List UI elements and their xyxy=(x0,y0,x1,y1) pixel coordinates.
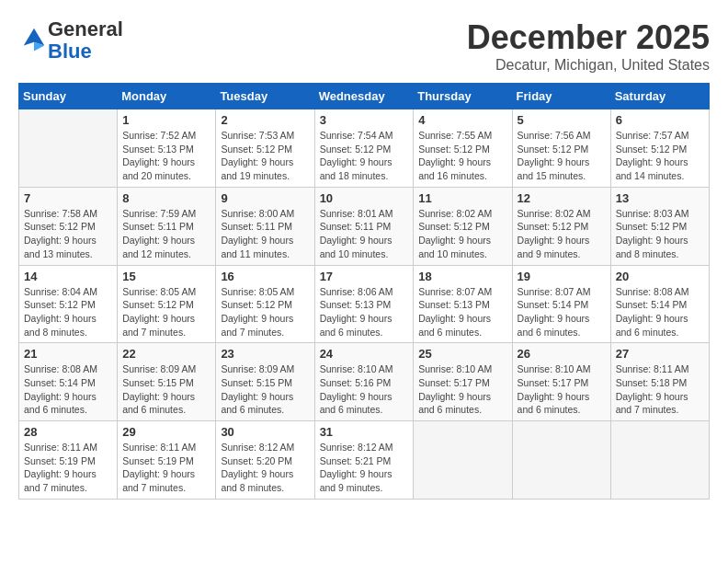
weekday-header-monday: Monday xyxy=(118,84,216,109)
day-info: Sunrise: 8:02 AMSunset: 5:12 PMDaylight:… xyxy=(518,207,606,261)
day-info: Sunrise: 8:08 AMSunset: 5:14 PMDaylight:… xyxy=(616,285,704,339)
week-row-1: 7Sunrise: 7:58 AMSunset: 5:12 PMDaylight… xyxy=(19,187,710,265)
day-number: 11 xyxy=(418,191,506,205)
calendar-cell: 22Sunrise: 8:09 AMSunset: 5:15 PMDayligh… xyxy=(118,343,216,421)
day-number: 14 xyxy=(24,270,112,283)
day-info: Sunrise: 8:07 AMSunset: 5:14 PMDaylight:… xyxy=(518,285,606,339)
calendar-cell: 16Sunrise: 8:05 AMSunset: 5:12 PMDayligh… xyxy=(216,265,314,343)
day-info: Sunrise: 8:04 AMSunset: 5:12 PMDaylight:… xyxy=(24,285,112,339)
weekday-header-friday: Friday xyxy=(512,84,610,109)
day-info: Sunrise: 7:52 AMSunset: 5:13 PMDaylight:… xyxy=(122,129,210,183)
day-number: 5 xyxy=(518,113,606,127)
day-number: 22 xyxy=(122,347,210,361)
weekday-header-row: SundayMondayTuesdayWednesdayThursdayFrid… xyxy=(19,84,710,109)
day-number: 26 xyxy=(518,347,606,361)
day-number: 27 xyxy=(616,347,704,361)
calendar-cell: 6Sunrise: 7:57 AMSunset: 5:12 PMDaylight… xyxy=(610,109,709,188)
calendar-cell: 28Sunrise: 8:11 AMSunset: 5:19 PMDayligh… xyxy=(19,421,118,500)
day-info: Sunrise: 8:11 AMSunset: 5:19 PMDaylight:… xyxy=(24,441,112,495)
day-info: Sunrise: 8:05 AMSunset: 5:12 PMDaylight:… xyxy=(221,285,309,339)
calendar-cell: 27Sunrise: 8:11 AMSunset: 5:18 PMDayligh… xyxy=(610,343,709,421)
calendar-cell: 10Sunrise: 8:01 AMSunset: 5:11 PMDayligh… xyxy=(314,187,414,265)
logo-general: General xyxy=(48,17,123,40)
calendar-cell: 3Sunrise: 7:54 AMSunset: 5:12 PMDaylight… xyxy=(314,109,414,188)
weekday-header-saturday: Saturday xyxy=(610,84,709,109)
calendar-cell: 29Sunrise: 8:11 AMSunset: 5:19 PMDayligh… xyxy=(118,421,216,500)
location: Decatur, Michigan, United States xyxy=(467,57,710,74)
day-info: Sunrise: 8:11 AMSunset: 5:18 PMDaylight:… xyxy=(616,362,704,417)
calendar-cell: 14Sunrise: 8:04 AMSunset: 5:12 PMDayligh… xyxy=(19,265,118,343)
calendar-cell: 24Sunrise: 8:10 AMSunset: 5:16 PMDayligh… xyxy=(314,343,414,421)
day-number: 16 xyxy=(221,270,309,283)
weekday-header-thursday: Thursday xyxy=(414,84,512,109)
week-row-2: 14Sunrise: 8:04 AMSunset: 5:12 PMDayligh… xyxy=(19,265,710,343)
page-header: General Blue December 2025 Decatur, Mich… xyxy=(18,18,710,74)
day-number: 29 xyxy=(122,425,210,439)
calendar-table: SundayMondayTuesdayWednesdayThursdayFrid… xyxy=(18,83,710,500)
weekday-header-tuesday: Tuesday xyxy=(216,84,314,109)
day-number: 19 xyxy=(518,270,606,283)
week-row-3: 21Sunrise: 8:08 AMSunset: 5:14 PMDayligh… xyxy=(19,343,710,421)
calendar-cell xyxy=(19,109,118,188)
day-info: Sunrise: 8:10 AMSunset: 5:17 PMDaylight:… xyxy=(518,362,606,417)
weekday-header-wednesday: Wednesday xyxy=(314,84,414,109)
week-row-0: 1Sunrise: 7:52 AMSunset: 5:13 PMDaylight… xyxy=(19,109,710,188)
day-info: Sunrise: 8:11 AMSunset: 5:19 PMDaylight:… xyxy=(122,441,210,495)
day-number: 9 xyxy=(221,191,309,205)
calendar-cell: 15Sunrise: 8:05 AMSunset: 5:12 PMDayligh… xyxy=(118,265,216,343)
day-info: Sunrise: 8:06 AMSunset: 5:13 PMDaylight:… xyxy=(320,285,409,339)
day-info: Sunrise: 8:00 AMSunset: 5:11 PMDaylight:… xyxy=(221,207,309,261)
week-row-4: 28Sunrise: 8:11 AMSunset: 5:19 PMDayligh… xyxy=(19,421,710,500)
day-info: Sunrise: 8:10 AMSunset: 5:16 PMDaylight:… xyxy=(320,362,409,417)
calendar-cell xyxy=(512,421,610,500)
day-info: Sunrise: 8:02 AMSunset: 5:12 PMDaylight:… xyxy=(418,207,506,261)
day-number: 31 xyxy=(320,425,409,439)
day-info: Sunrise: 7:59 AMSunset: 5:11 PMDaylight:… xyxy=(122,207,210,261)
day-number: 8 xyxy=(122,191,210,205)
title-block: December 2025 Decatur, Michigan, United … xyxy=(467,18,710,74)
logo-text: General Blue xyxy=(48,18,123,63)
day-info: Sunrise: 8:09 AMSunset: 5:15 PMDaylight:… xyxy=(122,362,210,417)
day-number: 13 xyxy=(616,191,704,205)
day-info: Sunrise: 7:54 AMSunset: 5:12 PMDaylight:… xyxy=(320,129,409,183)
day-number: 17 xyxy=(320,270,409,283)
calendar-cell: 17Sunrise: 8:06 AMSunset: 5:13 PMDayligh… xyxy=(314,265,414,343)
day-number: 12 xyxy=(518,191,606,205)
calendar-cell: 31Sunrise: 8:12 AMSunset: 5:21 PMDayligh… xyxy=(314,421,414,500)
day-info: Sunrise: 8:08 AMSunset: 5:14 PMDaylight:… xyxy=(24,362,112,417)
day-info: Sunrise: 7:53 AMSunset: 5:12 PMDaylight:… xyxy=(221,129,309,183)
day-info: Sunrise: 8:05 AMSunset: 5:12 PMDaylight:… xyxy=(122,285,210,339)
calendar-cell: 30Sunrise: 8:12 AMSunset: 5:20 PMDayligh… xyxy=(216,421,314,500)
day-info: Sunrise: 7:56 AMSunset: 5:12 PMDaylight:… xyxy=(518,129,606,183)
day-number: 1 xyxy=(122,113,210,127)
calendar-body: 1Sunrise: 7:52 AMSunset: 5:13 PMDaylight… xyxy=(19,109,710,500)
day-number: 15 xyxy=(122,270,210,283)
day-number: 30 xyxy=(221,425,309,439)
day-number: 18 xyxy=(418,270,506,283)
day-number: 7 xyxy=(24,191,112,205)
calendar-cell: 20Sunrise: 8:08 AMSunset: 5:14 PMDayligh… xyxy=(610,265,709,343)
logo: General Blue xyxy=(18,18,123,63)
calendar-cell xyxy=(414,421,512,500)
calendar-cell: 21Sunrise: 8:08 AMSunset: 5:14 PMDayligh… xyxy=(19,343,118,421)
logo-blue: Blue xyxy=(48,40,92,63)
day-info: Sunrise: 8:07 AMSunset: 5:13 PMDaylight:… xyxy=(418,285,506,339)
day-number: 3 xyxy=(320,113,409,127)
calendar-cell: 13Sunrise: 8:03 AMSunset: 5:12 PMDayligh… xyxy=(610,187,709,265)
day-number: 6 xyxy=(616,113,704,127)
day-number: 28 xyxy=(24,425,112,439)
day-info: Sunrise: 8:01 AMSunset: 5:11 PMDaylight:… xyxy=(320,207,409,261)
calendar-cell: 25Sunrise: 8:10 AMSunset: 5:17 PMDayligh… xyxy=(414,343,512,421)
day-number: 10 xyxy=(320,191,409,205)
day-number: 24 xyxy=(320,347,409,361)
day-info: Sunrise: 8:03 AMSunset: 5:12 PMDaylight:… xyxy=(616,207,704,261)
logo-icon xyxy=(20,25,48,52)
calendar-cell: 9Sunrise: 8:00 AMSunset: 5:11 PMDaylight… xyxy=(216,187,314,265)
calendar-cell: 1Sunrise: 7:52 AMSunset: 5:13 PMDaylight… xyxy=(118,109,216,188)
day-number: 21 xyxy=(24,347,112,361)
calendar-cell: 7Sunrise: 7:58 AMSunset: 5:12 PMDaylight… xyxy=(19,187,118,265)
day-number: 2 xyxy=(221,113,309,127)
day-number: 4 xyxy=(418,113,506,127)
day-number: 25 xyxy=(418,347,506,361)
day-info: Sunrise: 8:10 AMSunset: 5:17 PMDaylight:… xyxy=(418,362,506,417)
